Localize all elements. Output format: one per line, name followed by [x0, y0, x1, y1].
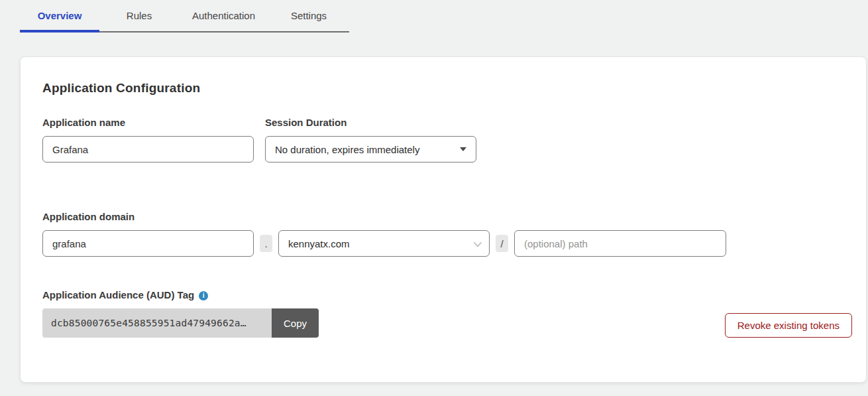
- tab-bar: Overview Rules Authentication Settings: [20, 0, 349, 33]
- tab-settings-label: Settings: [291, 10, 327, 21]
- session-duration-label: Session Duration: [265, 117, 347, 128]
- info-icon[interactable]: [199, 291, 208, 300]
- revoke-tokens-button[interactable]: Revoke existing tokens: [725, 313, 852, 338]
- active-tab-indicator: [20, 30, 99, 33]
- aud-tag-label: Application Audience (AUD) Tag: [42, 289, 208, 300]
- domain-select-value: kennyatx.com: [288, 238, 350, 249]
- chevron-down-icon: [474, 238, 482, 247]
- page-title: Application Configuration: [42, 81, 200, 96]
- tab-rules-label: Rules: [127, 10, 152, 21]
- path-input[interactable]: [514, 230, 726, 257]
- caret-down-icon: [460, 147, 466, 151]
- domain-slash-separator: /: [496, 235, 508, 252]
- domain-dot-separator: .: [260, 235, 272, 252]
- application-name-label: Application name: [42, 117, 125, 128]
- tab-overview[interactable]: Overview: [20, 0, 99, 31]
- subdomain-input[interactable]: [42, 230, 254, 257]
- aud-tag-value: dcb85000765e458855951ad47949662a…: [42, 308, 272, 338]
- tab-authentication-label: Authentication: [192, 10, 255, 21]
- domain-select[interactable]: kennyatx.com: [278, 230, 490, 257]
- application-name-input[interactable]: [42, 136, 254, 163]
- aud-tag-label-text: Application Audience (AUD) Tag: [42, 289, 194, 300]
- application-configuration-card: Application Configuration Application na…: [20, 56, 867, 383]
- aud-tag-row: dcb85000765e458855951ad47949662a… Copy: [42, 308, 319, 338]
- session-duration-value: No duration, expires immediately: [275, 144, 419, 155]
- tab-overview-label: Overview: [38, 10, 82, 21]
- session-duration-select[interactable]: No duration, expires immediately: [265, 136, 476, 163]
- copy-aud-button[interactable]: Copy: [272, 308, 319, 338]
- application-domain-label: Application domain: [42, 211, 135, 222]
- tab-settings[interactable]: Settings: [268, 0, 349, 31]
- tab-authentication[interactable]: Authentication: [179, 0, 268, 31]
- tab-rules[interactable]: Rules: [99, 0, 179, 31]
